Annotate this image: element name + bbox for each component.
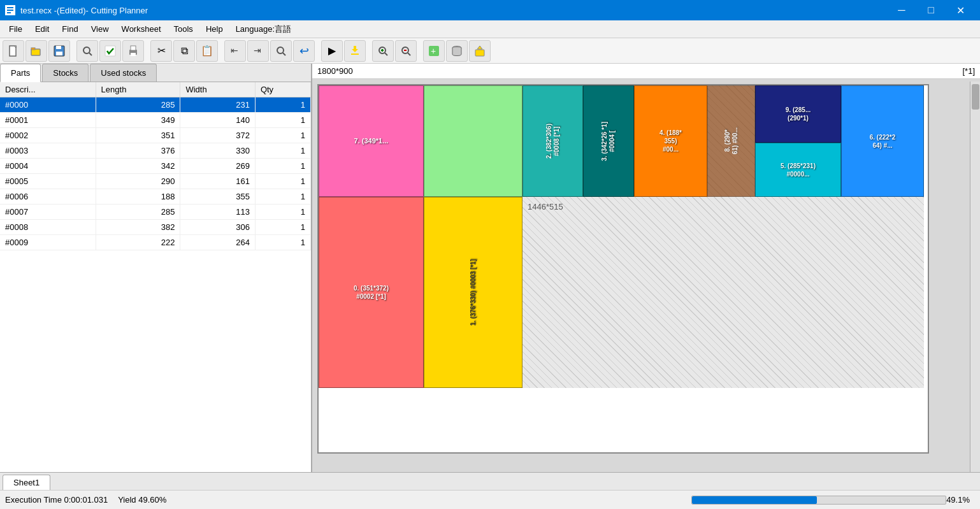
piece-2[interactable]: 2. (382*306)#0008 [*1]: [522, 85, 583, 197]
cell-length: 351: [96, 128, 180, 143]
left-panel: Parts Stocks Used stocks Descri... Lengt…: [0, 64, 312, 472]
svg-rect-14: [131, 46, 136, 50]
piece-3[interactable]: 3. (342*26 *1]#0004 [: [583, 85, 634, 197]
svg-line-19: [283, 53, 285, 55]
search-button[interactable]: [76, 40, 98, 62]
table-row[interactable]: #0008 382 306 1: [0, 220, 311, 235]
svg-rect-3: [7, 12, 11, 13]
vertical-scrollbar[interactable]: [970, 82, 980, 472]
cell-qty: 1: [255, 113, 310, 128]
check-button[interactable]: [99, 40, 121, 62]
svg-rect-22: [354, 46, 356, 50]
zoom-out-button[interactable]: [395, 40, 417, 62]
menu-language[interactable]: Language:言語: [229, 21, 298, 38]
toolbar-separator-3: [219, 40, 223, 62]
cell-desc: #0005: [0, 174, 96, 189]
menu-tools[interactable]: Tools: [168, 22, 199, 36]
play-button[interactable]: ▶: [321, 40, 343, 62]
cell-width: 113: [180, 204, 256, 220]
title-bar: test.recx -(Edited)- Cutting Planner ─ □…: [0, 0, 980, 20]
paste-button[interactable]: 📋: [196, 40, 218, 62]
table-row[interactable]: #0003 376 330 1: [0, 143, 311, 159]
table-row[interactable]: #0001 349 140 1: [0, 113, 311, 128]
minimize-button[interactable]: ─: [887, 0, 916, 20]
piece-5[interactable]: 5. (285*231)#0000...: [755, 143, 841, 197]
new-button[interactable]: [3, 40, 24, 62]
add-button[interactable]: +: [423, 40, 445, 62]
cell-length: 382: [96, 220, 180, 235]
piece-4[interactable]: 4. (188*355)#00...: [634, 85, 707, 197]
execution-time: Execution Time 0:00:01.031: [5, 495, 108, 505]
cell-qty: 1: [255, 97, 310, 113]
cell-desc: #0000: [0, 97, 96, 113]
align-right-button[interactable]: ⇥: [247, 40, 269, 62]
db-button[interactable]: [446, 40, 468, 62]
copy-button[interactable]: ⧉: [173, 40, 195, 62]
zoom-in-button[interactable]: [372, 40, 394, 62]
menu-file[interactable]: File: [3, 22, 29, 36]
diagram-area[interactable]: 7. (349*1... 2. (382*306)#0008 [*1] 3. (…: [312, 79, 980, 472]
close-button[interactable]: ✕: [946, 0, 975, 20]
maximize-button[interactable]: □: [916, 0, 946, 20]
toolbar-separator-4: [316, 40, 320, 62]
window-controls: ─ □ ✕: [887, 0, 975, 20]
cell-qty: 1: [255, 189, 310, 204]
svg-line-11: [89, 53, 92, 55]
sheet-tab-1[interactable]: Sheet1: [3, 475, 50, 490]
piece-1[interactable]: 1. (376*330) #0003 [*1]: [424, 197, 522, 388]
align-left-button[interactable]: ⇤: [224, 40, 246, 62]
piece-0[interactable]: 0. (351*372)#0002 [*1]: [319, 197, 424, 388]
svg-marker-34: [477, 46, 482, 49]
undo-button[interactable]: ↩: [293, 40, 315, 62]
table-row[interactable]: #0000 285 231 1: [0, 97, 311, 113]
cut-button[interactable]: ✂: [150, 40, 172, 62]
bottom-tabs: Sheet1: [0, 472, 980, 490]
svg-point-18: [277, 47, 284, 54]
cell-width: 161: [180, 174, 256, 189]
menu-worksheet[interactable]: Worksheet: [115, 22, 168, 36]
scrollbar-thumb[interactable]: [972, 84, 979, 110]
table-row[interactable]: #0004 342 269 1: [0, 159, 311, 174]
print-button[interactable]: [122, 40, 144, 62]
cell-desc: #0001: [0, 113, 96, 128]
piece-7[interactable]: 7. (349*1...: [319, 85, 424, 197]
stock-ref: [*1]: [962, 66, 975, 76]
svg-rect-6: [31, 48, 35, 50]
piece-9[interactable]: 9. (285...(290*1): [755, 85, 841, 143]
tab-used-stocks[interactable]: Used stocks: [90, 64, 157, 82]
status-left: Execution Time 0:00:01.031 Yield 49.60%: [5, 495, 691, 505]
piece-green[interactable]: [424, 85, 522, 197]
cell-width: 330: [180, 143, 256, 159]
menu-find[interactable]: Find: [55, 22, 84, 36]
progress-area: [691, 496, 946, 505]
table-row[interactable]: #0006 188 355 1: [0, 189, 311, 204]
svg-rect-4: [10, 46, 16, 56]
progress-percent: 49.1%: [946, 495, 975, 505]
table-row[interactable]: #0007 285 113 1: [0, 204, 311, 220]
menu-bar: File Edit Find View Worksheet Tools Help…: [0, 20, 980, 38]
tab-stocks[interactable]: Stocks: [42, 64, 89, 82]
cell-desc: #0004: [0, 159, 96, 174]
open-button[interactable]: [25, 40, 47, 62]
cell-desc: #0008: [0, 220, 96, 235]
menu-help[interactable]: Help: [199, 22, 229, 36]
cell-width: 264: [180, 235, 256, 250]
piece-6[interactable]: 6. (222*264) #...: [841, 85, 924, 197]
window-title: test.recx -(Edited)- Cutting Planner: [20, 6, 887, 15]
menu-view[interactable]: View: [85, 22, 115, 36]
download-button[interactable]: [344, 40, 366, 62]
cell-length: 342: [96, 159, 180, 174]
cell-length: 188: [96, 189, 180, 204]
export-button[interactable]: [469, 40, 491, 62]
save-button[interactable]: [48, 40, 70, 62]
cell-length: 285: [96, 204, 180, 220]
table-row[interactable]: #0005 290 161 1: [0, 174, 311, 189]
cell-desc: #0003: [0, 143, 96, 159]
svg-rect-8: [56, 46, 61, 49]
table-row[interactable]: #0002 351 372 1: [0, 128, 311, 143]
find-button[interactable]: [270, 40, 292, 62]
table-row[interactable]: #0009 222 264 1: [0, 235, 311, 250]
tab-parts[interactable]: Parts: [0, 64, 41, 82]
svg-line-24: [385, 53, 387, 55]
menu-edit[interactable]: Edit: [29, 22, 55, 36]
